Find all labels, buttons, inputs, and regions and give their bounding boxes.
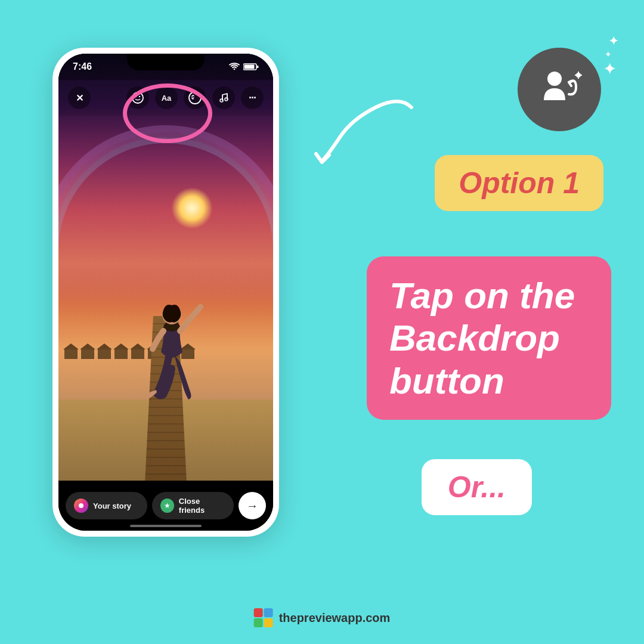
svg-point-12 bbox=[225, 98, 228, 101]
wifi-icon bbox=[229, 63, 240, 71]
story-background bbox=[58, 54, 273, 531]
status-icons bbox=[229, 63, 259, 71]
svg-point-11 bbox=[220, 99, 223, 102]
svg-point-7 bbox=[132, 92, 143, 103]
close-friends-button[interactable]: ★ Close friends bbox=[152, 492, 234, 519]
gif-icon-btn[interactable] bbox=[184, 86, 206, 109]
send-arrow-icon: → bbox=[246, 499, 258, 513]
story-icon bbox=[74, 499, 88, 513]
svg-rect-5 bbox=[244, 65, 255, 69]
close-button[interactable]: ✕ bbox=[68, 86, 91, 109]
music-icon bbox=[218, 92, 230, 104]
curved-arrow bbox=[292, 89, 423, 173]
face-icon bbox=[132, 92, 144, 104]
your-story-label: Your story bbox=[93, 501, 131, 510]
gif-icon bbox=[188, 91, 202, 104]
story-toolbar: ✕ Aa bbox=[58, 80, 273, 116]
watermark: thepreviewapp.com bbox=[254, 608, 391, 627]
preview-logo bbox=[254, 608, 273, 627]
phone-mockup: 7:46 bbox=[52, 48, 285, 549]
backdrop-icon-circle bbox=[518, 48, 601, 131]
watermark-text: thepreviewapp.com bbox=[279, 611, 391, 625]
status-time: 7:46 bbox=[73, 61, 92, 72]
sticker-icon-btn[interactable] bbox=[126, 86, 149, 109]
send-button[interactable]: → bbox=[239, 492, 266, 519]
or-label: Or... bbox=[448, 470, 506, 504]
music-icon-btn[interactable] bbox=[212, 86, 235, 109]
bottom-bar: Your story ★ Close friends → bbox=[58, 481, 273, 531]
tap-backdrop-badge: Tap on the Backdrop button bbox=[367, 256, 611, 420]
svg-point-10 bbox=[189, 92, 201, 104]
toolbar-icons-group: Aa bbox=[126, 86, 264, 109]
text-icon-btn[interactable]: Aa bbox=[155, 86, 178, 109]
option1-label: Option 1 bbox=[459, 166, 580, 200]
svg-point-8 bbox=[135, 96, 137, 97]
dancer-figure bbox=[118, 280, 225, 435]
more-icon-btn[interactable]: ··· bbox=[241, 86, 264, 109]
person-swap-icon bbox=[535, 66, 583, 113]
svg-point-9 bbox=[139, 96, 140, 97]
svg-point-0 bbox=[547, 72, 562, 86]
rainbow bbox=[58, 125, 273, 244]
your-story-button[interactable]: Your story bbox=[66, 492, 147, 519]
home-indicator bbox=[130, 525, 202, 527]
option1-badge: Option 1 bbox=[435, 155, 603, 211]
notch bbox=[127, 54, 205, 70]
svg-rect-6 bbox=[257, 66, 259, 68]
close-friends-label: Close friends bbox=[179, 497, 225, 515]
battery-icon bbox=[243, 63, 259, 71]
tap-backdrop-text: Tap on the Backdrop button bbox=[389, 274, 589, 402]
or-badge: Or... bbox=[422, 459, 532, 515]
close-friends-icon: ★ bbox=[160, 499, 174, 513]
sparkles-decoration: ✦ ✦ ✦ bbox=[603, 35, 619, 78]
